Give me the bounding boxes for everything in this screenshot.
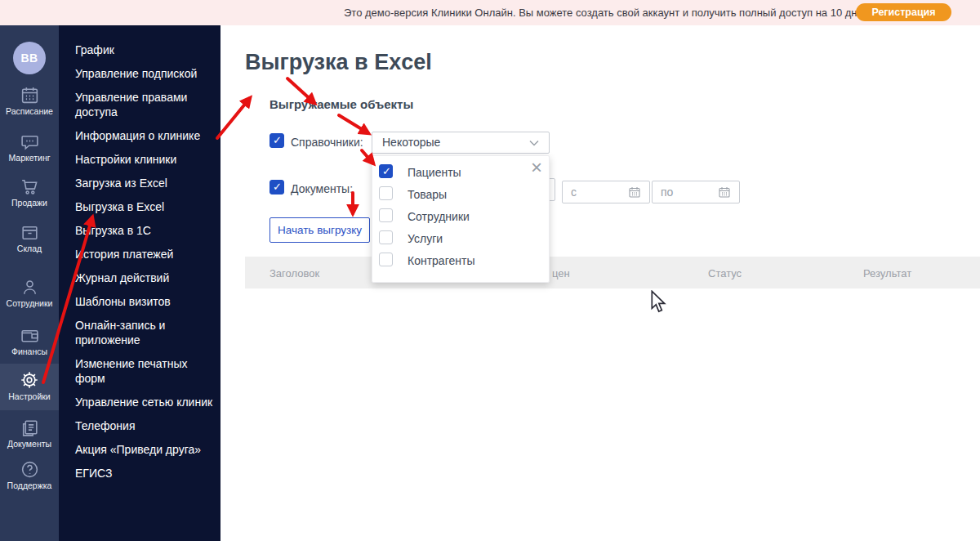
- column-header-partial: цен: [552, 267, 570, 279]
- patients-checkbox[interactable]: [379, 164, 393, 178]
- sidebar-item-label: Расписание: [0, 106, 59, 116]
- sidebar-item-label: Маркетинг: [0, 153, 59, 163]
- menu-item-referral-promo[interactable]: Акция «Приведи друга»: [75, 442, 217, 457]
- date-to-input[interactable]: [652, 181, 740, 203]
- question-icon: [20, 459, 40, 480]
- settings-menu-sidebar: График Управление подпиской Управление п…: [59, 25, 220, 541]
- dropdown-option-counterparties[interactable]: Контрагенты: [379, 253, 542, 275]
- staff-checkbox[interactable]: [379, 208, 393, 222]
- documents-label: Документы:: [291, 182, 353, 195]
- column-header-status: Статус: [708, 267, 742, 279]
- menu-item-action-log[interactable]: Журнал действий: [75, 270, 217, 285]
- box-icon: [20, 222, 40, 243]
- dropdown-option-label: Услуги: [408, 232, 443, 245]
- chevron-down-icon: [529, 140, 539, 146]
- menu-item-telephony[interactable]: Телефония: [75, 418, 217, 433]
- section-title: Выгружаемые объекты: [270, 97, 413, 111]
- sidebar-item-label: Настройки: [0, 391, 59, 401]
- main-content: Выгрузка в Excel Выгружаемые объекты Спр…: [220, 25, 980, 541]
- start-export-button[interactable]: Начать выгрузку: [270, 217, 370, 243]
- menu-item-schedule-grid[interactable]: График: [75, 42, 217, 57]
- menu-item-online-booking[interactable]: Онлайн-запись и приложение: [75, 318, 217, 347]
- menu-item-payment-history[interactable]: История платежей: [75, 247, 217, 262]
- demo-banner-message: Это демо-версия Клиники Онлайн. Вы может…: [344, 7, 872, 19]
- dropdown-option-label: Товары: [408, 188, 447, 201]
- documents-checkbox[interactable]: [270, 180, 284, 194]
- services-checkbox[interactable]: [379, 230, 393, 244]
- menu-item-visit-templates[interactable]: Шаблоны визитов: [75, 294, 217, 309]
- avatar[interactable]: BB: [13, 42, 46, 74]
- gear-icon: [19, 369, 40, 391]
- sidebar-item-marketing[interactable]: Маркетинг: [0, 132, 59, 163]
- app-window: Это демо-версия Клиники Онлайн. Вы может…: [0, 0, 980, 541]
- sidebar-item-sales[interactable]: Продажи: [0, 177, 59, 208]
- sidebar-item-label: Документы: [0, 439, 59, 449]
- menu-item-egisz[interactable]: ЕГИСЗ: [75, 466, 217, 481]
- dropdown-option-label: Контрагенты: [408, 254, 474, 267]
- sidebar-item-label: Поддержка: [0, 481, 59, 490]
- directories-select[interactable]: Некоторые: [372, 132, 550, 154]
- dropdown-option-label: Пациенты: [408, 166, 461, 179]
- page-title: Выгрузка в Excel: [245, 50, 432, 75]
- calendar-icon: [20, 85, 40, 105]
- menu-item-clinic-network[interactable]: Управление сетью клиник: [75, 395, 217, 409]
- sidebar-item-finance[interactable]: Финансы: [0, 325, 59, 356]
- dropdown-option-staff[interactable]: Сотрудники: [379, 208, 542, 230]
- directories-checkbox[interactable]: [270, 133, 284, 148]
- directories-label: Справочники:: [291, 136, 363, 149]
- menu-item-print-forms[interactable]: Изменение печатных форм: [75, 356, 217, 386]
- sidebar-item-label: Продажи: [0, 198, 59, 208]
- register-button[interactable]: Регистрация: [856, 3, 951, 21]
- menu-item-export-1c[interactable]: Выгрузка в 1С: [75, 223, 217, 238]
- dropdown-option-services[interactable]: Услуги: [379, 230, 542, 253]
- directories-dropdown-panel: × Пациенты Товары Сотрудники Услуги Конт…: [372, 155, 550, 283]
- goods-checkbox[interactable]: [379, 186, 393, 200]
- menu-item-clinic-settings[interactable]: Настройки клиники: [75, 152, 217, 167]
- sidebar-item-support[interactable]: Поддержка: [0, 459, 59, 490]
- documents-icon: [20, 418, 40, 438]
- cart-icon: [20, 177, 40, 197]
- menu-item-subscription[interactable]: Управление подпиской: [75, 66, 217, 81]
- dropdown-option-patients[interactable]: Пациенты: [379, 164, 542, 186]
- sidebar-item-schedule[interactable]: Расписание: [0, 85, 59, 116]
- icon-rail-sidebar: BB Расписание Маркетинг Продажи Склад Со…: [0, 25, 59, 541]
- menu-item-clinic-info[interactable]: Информация о клинике: [75, 128, 217, 143]
- sidebar-item-label: Финансы: [0, 347, 59, 356]
- column-header-title: Заголовок: [270, 267, 319, 279]
- wallet-icon: [20, 325, 40, 346]
- sidebar-item-label: Склад: [0, 244, 59, 253]
- dropdown-option-label: Сотрудники: [408, 210, 470, 223]
- export-table-header: Заголовок цен Статус Результат: [245, 257, 980, 288]
- date-from-input[interactable]: [562, 181, 650, 203]
- column-header-result: Результат: [863, 267, 911, 279]
- sidebar-item-warehouse[interactable]: Склад: [0, 222, 59, 253]
- menu-item-export-excel[interactable]: Выгрузка в Excel: [75, 199, 217, 214]
- directories-select-value: Некоторые: [382, 136, 440, 149]
- person-icon: [20, 277, 40, 297]
- demo-banner: Это демо-версия Клиники Онлайн. Вы может…: [0, 0, 980, 25]
- sidebar-item-label: Сотрудники: [0, 298, 59, 308]
- menu-item-access-rights[interactable]: Управление правами доступа: [75, 90, 217, 119]
- dropdown-option-goods[interactable]: Товары: [379, 186, 542, 208]
- sidebar-item-documents[interactable]: Документы: [0, 418, 59, 449]
- sidebar-item-settings[interactable]: Настройки: [0, 364, 59, 410]
- menu-item-import-excel[interactable]: Загрузка из Excel: [75, 176, 217, 190]
- sidebar-item-staff[interactable]: Сотрудники: [0, 277, 59, 308]
- counterparties-checkbox[interactable]: [379, 253, 393, 266]
- chat-icon: [20, 132, 40, 152]
